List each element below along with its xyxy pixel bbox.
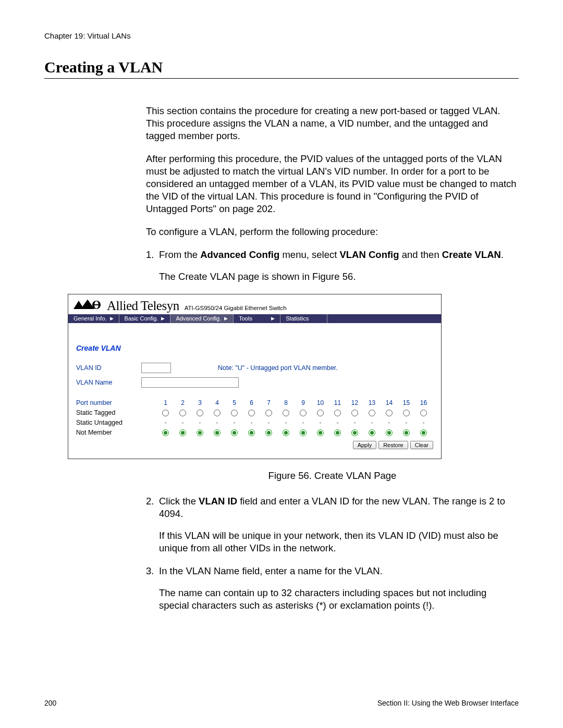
- port-header-15: 15: [398, 399, 415, 406]
- static-tagged-radio-9[interactable]: [295, 409, 312, 416]
- port-header-1: 1: [157, 399, 174, 406]
- static-untagged-cell-6: -: [243, 419, 260, 426]
- step-2-num: 2.: [146, 495, 159, 508]
- static-untagged-cell-5: -: [226, 419, 243, 426]
- chevron-right-icon: ▶: [224, 316, 228, 321]
- static-tagged-radio-4[interactable]: [209, 409, 226, 416]
- step-2: 2. Click the VLAN ID field and enter a V…: [146, 495, 519, 520]
- not-member-radio-6[interactable]: [243, 429, 260, 436]
- not-member-radio-11[interactable]: [329, 429, 346, 436]
- step-2-note: If this VLAN will be unique in your netw…: [159, 529, 519, 554]
- chevron-right-icon: ▶: [161, 316, 165, 321]
- static-tagged-radio-3[interactable]: [191, 409, 209, 416]
- step-1-result: The Create VLAN page is shown in Figure …: [159, 270, 519, 283]
- static-untagged-cell-9: -: [295, 419, 312, 426]
- paragraph-2: After performing this procedure, the PVI…: [146, 153, 519, 215]
- step-3-note: The name can contain up to 32 characters…: [159, 587, 519, 612]
- menu-label: Advanced Config.: [176, 315, 221, 322]
- not-member-radio-15[interactable]: [398, 429, 415, 436]
- static-tagged-label: Static Tagged: [76, 409, 157, 416]
- port-header-row: Port number 12345678910111213141516: [76, 398, 433, 408]
- static-untagged-cell-12: -: [346, 419, 363, 426]
- figure-header: Allied Telesyn ATI-GS950/24 Gigabit Ethe…: [68, 294, 441, 314]
- paragraph-1: This section contains the procedure for …: [146, 105, 519, 142]
- not-member-radio-14[interactable]: [381, 429, 398, 436]
- menu-label: Tools: [239, 315, 252, 322]
- menu-label: General Info.: [74, 315, 107, 322]
- port-header-4: 4: [209, 399, 226, 406]
- static-tagged-radio-11[interactable]: [329, 409, 346, 416]
- port-header-7: 7: [260, 399, 277, 406]
- not-member-radio-10[interactable]: [312, 429, 329, 436]
- page-number: 200: [44, 699, 56, 707]
- step-1-text-b: menu, select: [279, 249, 339, 260]
- step-2-bold: VLAN ID: [199, 496, 237, 507]
- restore-button[interactable]: Restore: [378, 441, 408, 449]
- static-untagged-cell-10: -: [312, 419, 329, 426]
- static-untagged-cell-8: -: [277, 419, 295, 426]
- apply-button[interactable]: Apply: [353, 441, 377, 449]
- vlan-name-input[interactable]: [141, 377, 239, 388]
- not-member-radio-9[interactable]: [295, 429, 312, 436]
- step-1-bold-1: Advanced Config: [200, 249, 279, 260]
- menu-general-info[interactable]: General Info.▶: [68, 314, 119, 323]
- static-tagged-radio-2[interactable]: [174, 409, 191, 416]
- not-member-row: Not Member: [76, 428, 433, 438]
- static-tagged-radio-12[interactable]: [346, 409, 363, 416]
- not-member-radio-16[interactable]: [415, 429, 432, 436]
- not-member-radio-13[interactable]: [363, 429, 381, 436]
- port-header-14: 14: [381, 399, 398, 406]
- not-member-label: Not Member: [76, 429, 157, 436]
- static-tagged-radio-14[interactable]: [381, 409, 398, 416]
- port-table: Port number 12345678910111213141516 Stat…: [76, 398, 433, 438]
- not-member-radio-12[interactable]: [346, 429, 363, 436]
- clear-button[interactable]: Clear: [410, 441, 433, 449]
- port-header-5: 5: [226, 399, 243, 406]
- not-member-radio-3[interactable]: [191, 429, 209, 436]
- menu-tools[interactable]: Tools▶: [234, 314, 280, 323]
- step-3-num: 3.: [146, 565, 159, 577]
- untagged-note: Note: "U" - Untagged port VLAN member.: [218, 364, 338, 372]
- menu-advanced-config[interactable]: Advanced Config.▶: [170, 314, 234, 323]
- port-header-13: 13: [363, 399, 381, 406]
- static-tagged-radio-5[interactable]: [226, 409, 243, 416]
- brand-name: Allied Telesyn: [107, 299, 179, 313]
- menu-statistics[interactable]: Statistics: [280, 314, 327, 323]
- port-header-2: 2: [174, 399, 191, 406]
- static-untagged-row: Static Untagged ----------------: [76, 418, 433, 428]
- vlan-id-label: VLAN ID: [76, 364, 141, 372]
- paragraph-3: To configure a VLAN, perform the followi…: [146, 226, 519, 238]
- port-header-9: 9: [295, 399, 312, 406]
- static-tagged-radio-13[interactable]: [363, 409, 381, 416]
- device-model: ATI-GS950/24 Gigabit Ethernet Switch: [185, 305, 287, 311]
- step-1-text-d: .: [501, 249, 504, 260]
- static-untagged-cell-11: -: [329, 419, 346, 426]
- vlan-id-input[interactable]: [141, 363, 171, 373]
- static-tagged-radio-6[interactable]: [243, 409, 260, 416]
- not-member-radio-5[interactable]: [226, 429, 243, 436]
- port-header-11: 11: [329, 399, 346, 406]
- static-tagged-radio-16[interactable]: [415, 409, 432, 416]
- chapter-header: Chapter 19: Virtual LANs: [44, 31, 519, 40]
- figure-56: Allied Telesyn ATI-GS950/24 Gigabit Ethe…: [68, 294, 442, 459]
- port-number-label: Port number: [76, 399, 157, 406]
- not-member-radio-7[interactable]: [260, 429, 277, 436]
- not-member-radio-2[interactable]: [174, 429, 191, 436]
- step-1-bold-2: VLAN Config: [339, 249, 399, 260]
- not-member-radio-4[interactable]: [209, 429, 226, 436]
- static-tagged-radio-8[interactable]: [277, 409, 295, 416]
- static-untagged-cell-13: -: [363, 419, 381, 426]
- static-tagged-radio-10[interactable]: [312, 409, 329, 416]
- not-member-radio-8[interactable]: [277, 429, 295, 436]
- static-tagged-radio-1[interactable]: [157, 409, 174, 416]
- menu-bar: General Info.▶ Basic Config.▶ Advanced C…: [68, 314, 441, 323]
- menu-basic-config[interactable]: Basic Config.▶: [119, 314, 171, 323]
- static-untagged-cell-4: -: [209, 419, 226, 426]
- static-untagged-cell-1: -: [157, 419, 174, 426]
- figure-caption: Figure 56. Create VLAN Page: [146, 470, 519, 482]
- static-tagged-radio-15[interactable]: [398, 409, 415, 416]
- static-tagged-radio-7[interactable]: [260, 409, 277, 416]
- not-member-radio-1[interactable]: [157, 429, 174, 436]
- step-3-text: In the VLAN Name field, enter a name for…: [159, 565, 516, 577]
- static-untagged-label: Static Untagged: [76, 419, 157, 426]
